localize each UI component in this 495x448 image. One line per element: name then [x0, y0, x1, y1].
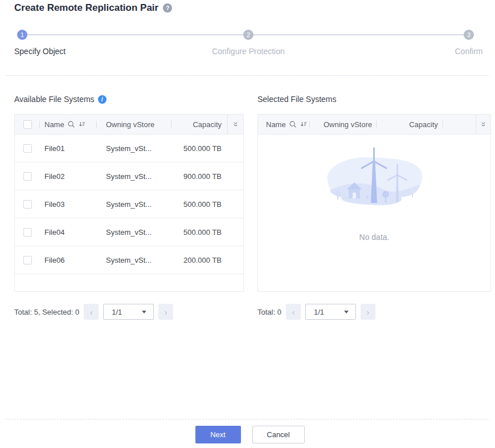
top-divider	[6, 75, 489, 76]
page-select-value: 1/1	[112, 308, 122, 316]
page-select-dropdown[interactable]: 1/1	[305, 304, 356, 320]
page-select-dropdown[interactable]: 1/1	[103, 304, 154, 320]
row-name-cell: File04	[40, 218, 97, 246]
selected-table-empty-body: No data.	[258, 135, 490, 292]
capacity-column-label: Capacity	[409, 120, 438, 129]
name-column-header: Name	[40, 115, 97, 134]
row-checkbox[interactable]	[23, 228, 32, 237]
available-table: Name Owning vStore	[14, 114, 244, 292]
next-page-button[interactable]: ›	[158, 304, 173, 320]
row-spacer-cell	[227, 246, 243, 274]
row-checkbox-cell	[15, 246, 40, 274]
step-1-circle: 1	[17, 30, 27, 40]
vstore-column-label: Owning vStore	[106, 120, 154, 129]
transfer-panels: Available File Systems i Name	[14, 93, 491, 320]
available-title-row: Available File Systems i	[14, 93, 244, 105]
dropdown-caret-icon	[344, 311, 349, 313]
info-icon[interactable]: i	[98, 95, 107, 104]
no-data-text: No data.	[359, 233, 390, 242]
step-1-label: Specify Object	[14, 47, 66, 56]
row-capacity-cell: 500.000 TB	[171, 218, 227, 246]
row-name-cell: File01	[40, 135, 97, 162]
table-empty-strip	[15, 274, 243, 291]
row-spacer-cell	[227, 218, 243, 246]
vstore-column-label: Owning vStore	[324, 120, 372, 129]
column-settings-cell	[227, 115, 243, 134]
row-vstore-cell: System_vSt...	[97, 190, 171, 218]
row-name-cell: File02	[40, 162, 97, 190]
step-3-label: Confirm	[455, 47, 482, 56]
selected-title-row: Selected File Systems	[257, 93, 491, 105]
step-3-circle: 3	[464, 30, 474, 40]
title-row: Create Remote Replication Pair ?	[14, 2, 172, 14]
capacity-column-header: Capacity	[377, 115, 476, 134]
row-name-cell: File03	[40, 190, 97, 218]
selected-panel-title: Selected File Systems	[257, 95, 337, 104]
name-column-label: Name	[266, 120, 286, 129]
row-capacity-cell: 900.000 TB	[171, 162, 227, 190]
wizard-stepper: 1 2 3 Specify Object Configure Protectio…	[14, 23, 484, 57]
next-button[interactable]: Next	[195, 426, 241, 443]
row-vstore-cell: System_vSt...	[97, 162, 171, 190]
table-row[interactable]: File06 System_vSt... 200.000 TB	[15, 246, 243, 274]
name-column-label: Name	[44, 120, 64, 129]
bottom-divider	[6, 419, 489, 420]
header-divider	[443, 121, 443, 128]
next-page-button[interactable]: ›	[361, 304, 375, 320]
selected-table: Name Owning vStore	[257, 114, 491, 292]
table-row[interactable]: File04 System_vSt... 500.000 TB	[15, 218, 243, 246]
row-spacer-cell	[227, 135, 243, 162]
row-vstore-cell: System_vSt...	[97, 246, 171, 274]
double-chevron-down-icon[interactable]	[480, 121, 486, 128]
row-vstore-cell: System_vSt...	[97, 135, 171, 162]
row-capacity-cell: 200.000 TB	[171, 246, 227, 274]
name-column-header: Name	[258, 115, 310, 134]
cancel-button[interactable]: Cancel	[252, 426, 305, 443]
row-checkbox[interactable]	[23, 256, 32, 264]
row-checkbox[interactable]	[23, 200, 32, 209]
step-2-label: Configure Protection	[212, 47, 285, 56]
available-pagination-summary: Total: 5, Selected: 0	[14, 308, 79, 316]
row-capacity-cell: 500.000 TB	[171, 135, 227, 162]
no-data-illustration	[315, 147, 433, 217]
row-checkbox[interactable]	[23, 172, 32, 181]
sort-icon[interactable]	[78, 120, 86, 128]
capacity-column-label: Capacity	[193, 120, 222, 129]
row-checkbox-cell	[15, 135, 40, 162]
sort-icon[interactable]	[300, 120, 308, 128]
page-title: Create Remote Replication Pair	[14, 2, 158, 14]
prev-page-button[interactable]: ‹	[286, 304, 301, 320]
selected-table-header: Name Owning vStore	[258, 115, 490, 135]
row-vstore-cell: System_vSt...	[97, 218, 171, 246]
row-capacity-cell: 500.000 TB	[171, 190, 227, 218]
table-row[interactable]: File01 System_vSt... 500.000 TB	[15, 135, 243, 162]
table-row[interactable]: File03 System_vSt... 500.000 TB	[15, 190, 243, 218]
create-remote-replication-pair-dialog: Create Remote Replication Pair ? 1 2 3 S…	[0, 0, 495, 448]
step-connector-line	[27, 34, 243, 35]
selected-file-systems-panel: Selected File Systems Name	[257, 93, 491, 320]
double-chevron-down-icon[interactable]	[232, 121, 239, 128]
row-checkbox-cell	[15, 190, 40, 218]
table-row[interactable]: File02 System_vSt... 900.000 TB	[15, 162, 243, 190]
footer-buttons: Next Cancel	[0, 426, 495, 443]
search-icon[interactable]	[67, 120, 75, 128]
row-checkbox[interactable]	[23, 144, 32, 153]
available-pagination: Total: 5, Selected: 0 ‹ 1/1 ›	[14, 304, 244, 320]
select-all-checkbox[interactable]	[23, 120, 32, 129]
column-settings-cell	[476, 115, 490, 134]
step-2-circle: 2	[243, 30, 253, 40]
row-checkbox-cell	[15, 218, 40, 246]
row-spacer-cell	[227, 162, 243, 190]
page-select-value: 1/1	[314, 308, 324, 316]
select-all-cell	[15, 115, 40, 134]
dropdown-caret-icon	[142, 311, 146, 313]
capacity-column-header: Capacity	[171, 115, 227, 134]
row-spacer-cell	[227, 190, 243, 218]
search-icon[interactable]	[289, 120, 297, 128]
available-file-systems-panel: Available File Systems i Name	[14, 93, 244, 320]
prev-page-button[interactable]: ‹	[84, 304, 99, 320]
step-connector-line	[253, 34, 464, 35]
available-panel-title: Available File Systems	[14, 95, 95, 104]
row-checkbox-cell	[15, 162, 40, 190]
help-icon[interactable]: ?	[163, 3, 172, 13]
